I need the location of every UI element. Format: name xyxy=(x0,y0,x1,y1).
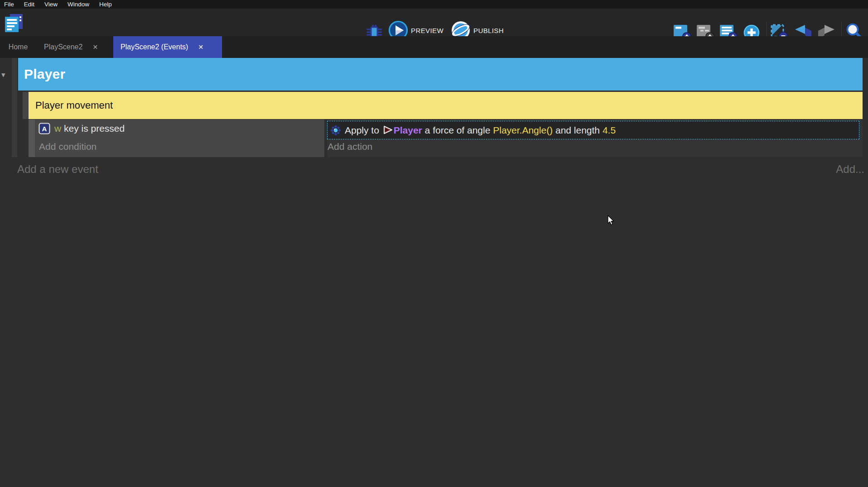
length-value: 4.5 xyxy=(603,125,616,135)
menu-view[interactable]: View xyxy=(44,1,58,8)
menu-file[interactable]: File xyxy=(4,1,14,8)
tab-home[interactable]: Home xyxy=(0,36,36,58)
add-action-button[interactable]: Add action xyxy=(328,141,372,152)
comment-text: Player movement xyxy=(35,100,113,111)
menu-help[interactable]: Help xyxy=(99,1,112,8)
tab-playscene2[interactable]: PlayScene2 ✕ xyxy=(36,36,113,58)
tab-label: PlayScene2 xyxy=(44,43,82,51)
action-apply-force[interactable]: Apply to Player a force of angle Player.… xyxy=(327,121,859,139)
event-group-header[interactable]: Player xyxy=(18,58,863,91)
angle-expression: Player.Angle() xyxy=(493,125,553,135)
conditions-column[interactable]: A w key is pressed Add condition xyxy=(35,119,324,157)
tab-playscene2-events[interactable]: PlayScene2 (Events) ✕ xyxy=(113,36,222,58)
group-indent-strip xyxy=(12,58,17,157)
keyboard-key-icon: A xyxy=(39,123,50,134)
preview-button[interactable]: PREVIEW xyxy=(411,27,444,34)
gdevelop-logo xyxy=(3,13,24,33)
force-icon xyxy=(330,125,341,136)
add-more-button[interactable]: Add... xyxy=(836,163,864,176)
menu-edit[interactable]: Edit xyxy=(24,1,34,8)
tab-label: Home xyxy=(9,43,28,51)
tab-bar: Home PlayScene2 ✕ PlayScene2 (Events) ✕ xyxy=(0,36,868,58)
mouse-cursor xyxy=(608,215,616,226)
add-new-event-button[interactable]: Add a new event xyxy=(17,163,98,176)
key-name: w xyxy=(54,123,61,134)
player-object-icon xyxy=(383,125,393,135)
menu-window[interactable]: Window xyxy=(68,1,89,8)
add-condition-button[interactable]: Add condition xyxy=(39,141,96,152)
condition-key-pressed[interactable]: A w key is pressed xyxy=(39,123,125,134)
close-icon[interactable]: ✕ xyxy=(198,43,203,51)
action-text: Apply to Player a force of angle Player.… xyxy=(345,125,616,136)
group-title: Player xyxy=(24,67,65,82)
event-drag-handle[interactable] xyxy=(29,119,35,157)
comment-drag-handle[interactable] xyxy=(23,92,29,119)
tab-label: PlayScene2 (Events) xyxy=(121,43,188,51)
menu-bar: File Edit View Window Help xyxy=(0,0,868,9)
comment-event[interactable]: Player movement xyxy=(29,92,863,119)
close-icon[interactable]: ✕ xyxy=(92,43,98,51)
chevron-down-icon[interactable]: ▾ xyxy=(1,70,5,80)
condition-text: w key is pressed xyxy=(54,123,125,134)
object-name: Player xyxy=(394,125,422,135)
toolbar: PREVIEW PUBLISH xyxy=(0,9,868,36)
publish-button[interactable]: PUBLISH xyxy=(473,27,504,34)
svg-text:A: A xyxy=(42,125,47,133)
